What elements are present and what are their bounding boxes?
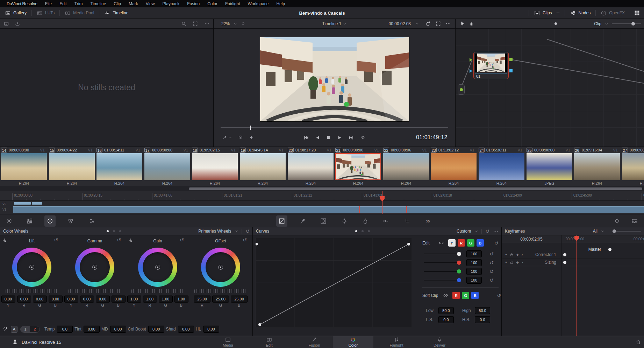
node-panel-dot[interactable] <box>554 22 557 25</box>
lightbox-button[interactable] <box>630 7 644 19</box>
clip-18[interactable]: 18 01:05:02:15 V1 H.264 <box>192 147 238 186</box>
stills-icon[interactable] <box>3 21 9 26</box>
menu-item-view[interactable]: View <box>142 1 159 6</box>
more-options-icon[interactable] <box>204 21 210 27</box>
chevron-down-icon[interactable] <box>234 22 237 26</box>
gain-b-value[interactable]: 1.00 <box>174 296 188 303</box>
node-key-output[interactable] <box>509 69 513 72</box>
page-tab-fairlight[interactable]: Fairlight <box>376 336 417 348</box>
lift-y-value[interactable]: 0.00 <box>1 296 15 303</box>
pointer-tool-icon[interactable] <box>460 21 465 26</box>
chevron-down-icon[interactable] <box>474 229 478 233</box>
v2-clip[interactable] <box>14 202 31 205</box>
gain-color-wheel[interactable] <box>138 248 177 287</box>
v2-clip[interactable] <box>32 202 42 205</box>
key-icon[interactable] <box>380 215 392 227</box>
node-zoom-slider[interactable] <box>612 22 641 26</box>
curves-preset-selector[interactable]: Custom <box>457 229 471 234</box>
node-graph-canvas[interactable]: 01 <box>456 29 644 147</box>
keyframes-playhead[interactable] <box>577 235 577 336</box>
stereo-3d-icon[interactable]: 3D <box>422 215 434 227</box>
keyframe-filter-selector[interactable]: All <box>593 229 598 234</box>
motion-effects-icon[interactable] <box>87 215 98 227</box>
color-match-icon[interactable] <box>24 215 35 227</box>
openfx-button[interactable]: fx OpenFX <box>596 7 630 19</box>
sizing-icon[interactable] <box>401 215 413 227</box>
blur-icon[interactable] <box>360 215 371 227</box>
clip-21[interactable]: 21 00:00:00:00 V1 H.264 <box>335 147 381 186</box>
offset-r-value[interactable]: 25.00 <box>194 296 210 303</box>
viewer-scrub-bar[interactable] <box>221 126 448 130</box>
menu-item-davinci-resolve[interactable]: DaVinci Resolve <box>3 1 41 6</box>
crosshair-icon[interactable] <box>2 238 7 243</box>
keyframes-panel-icon[interactable] <box>611 215 623 227</box>
keyframe-dot[interactable] <box>563 253 566 256</box>
clip-thumbnail[interactable] <box>622 153 644 180</box>
previous-clip-button[interactable] <box>303 135 309 140</box>
field-ls-value[interactable]: 0.0 <box>438 316 454 323</box>
clip-20[interactable]: 20 01:08:17:20 V1 H.264 <box>288 147 334 186</box>
wheel-page-1[interactable]: 1 <box>21 326 30 332</box>
edit-channel-b[interactable]: B <box>477 239 484 247</box>
lift-g-value[interactable]: 0.00 <box>33 296 47 303</box>
clip-thumbnail[interactable] <box>527 153 572 180</box>
next-clip-button[interactable] <box>348 135 354 140</box>
gain-r-value[interactable]: 1.00 <box>143 296 157 303</box>
clip-thumbnail[interactable] <box>479 153 524 180</box>
param-value[interactable]: 0.00 <box>148 326 164 333</box>
play-button[interactable] <box>337 135 342 140</box>
edit-channel-y[interactable]: Y <box>448 239 456 247</box>
scrub-playhead[interactable] <box>250 126 251 130</box>
timeline-button[interactable]: Timeline <box>99 7 133 19</box>
menu-item-edit[interactable]: Edit <box>56 1 71 6</box>
gamma-g-value[interactable]: 0.00 <box>96 296 110 303</box>
gamma-master-wheel[interactable] <box>69 289 121 293</box>
curves-icon[interactable] <box>276 215 287 227</box>
offset-master-wheel[interactable] <box>194 289 247 293</box>
scopes-panel-icon[interactable] <box>629 215 640 227</box>
gamma-b-value[interactable]: 0.00 <box>112 296 126 303</box>
menu-item-color[interactable]: Color <box>203 1 221 6</box>
clip-strip-scrollbar[interactable] <box>0 186 644 191</box>
param-value[interactable]: 0.0 <box>57 326 73 333</box>
curve-mix-slider-1[interactable] <box>424 261 461 265</box>
chevron-down-icon[interactable] <box>235 229 238 233</box>
softclip-channel-b[interactable]: B <box>471 292 479 299</box>
softclip-channel-g[interactable]: G <box>462 292 469 299</box>
clip-thumbnail[interactable] <box>383 153 429 180</box>
page-tab-deliver[interactable]: Deliver <box>419 336 460 348</box>
timeline-ruler[interactable]: 01:00:00:0001:00:20:1501:00:41:0601:01:0… <box>0 191 644 201</box>
power-window-icon[interactable] <box>318 215 329 227</box>
more-options-icon[interactable] <box>493 228 499 234</box>
corrector-node-01[interactable]: 01 <box>473 52 509 79</box>
viewer-zoom-level[interactable]: 22% <box>221 21 230 26</box>
clip-22[interactable]: 22 00:00:08:06 V1 H.264 <box>383 147 429 186</box>
link-icon[interactable] <box>443 293 448 298</box>
node-rgb-input[interactable] <box>470 58 472 62</box>
nodes-button[interactable]: Nodes <box>565 7 596 19</box>
reset-all-icon[interactable]: ↺ <box>245 229 250 234</box>
lift-color-wheel[interactable] <box>12 248 51 287</box>
viewer-timecode[interactable]: 00:00:02:03 <box>389 21 411 26</box>
play-reverse-button[interactable] <box>315 135 320 140</box>
reset-all-icon[interactable]: ↺ <box>485 229 489 234</box>
lift-b-value[interactable]: 0.00 <box>49 296 63 303</box>
page-tab-fusion[interactable]: Fusion <box>294 336 335 348</box>
menu-item-workspace[interactable]: Workspace <box>244 1 273 6</box>
curve-mix-value[interactable]: 100 <box>466 277 482 284</box>
clip-15[interactable]: 15 00:00:04:22 V1 H.264 <box>49 147 95 186</box>
search-icon[interactable] <box>181 21 186 26</box>
clip-23[interactable]: 23 01:13:02:12 V1 H.264 <box>431 147 477 186</box>
menu-item-mark[interactable]: Mark <box>125 1 142 6</box>
loop-button[interactable] <box>360 135 366 140</box>
timeline-selector[interactable]: Timeline 1 <box>322 21 342 26</box>
wheel-page-switch[interactable]: 1 2 <box>20 326 40 333</box>
clip-25[interactable]: 25 00:00:00:00 V1 JPEG <box>527 147 572 186</box>
softclip-channel-r[interactable]: R <box>452 292 460 299</box>
keyframe-row-corrector-1[interactable]: ● ◆ › Corrector 1 <box>502 251 644 258</box>
menu-item-clip[interactable]: Clip <box>110 1 125 6</box>
gamma-color-wheel[interactable] <box>75 248 114 287</box>
qualifier-icon[interactable] <box>297 215 308 227</box>
page-tab-color[interactable]: Color <box>333 336 373 348</box>
field-high-value[interactable]: 50.0 <box>475 307 490 314</box>
